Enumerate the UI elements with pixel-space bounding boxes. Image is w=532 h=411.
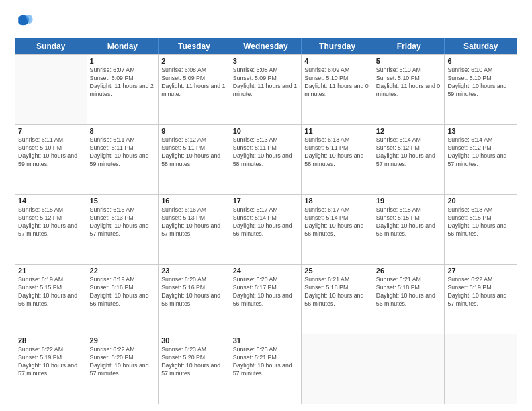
calendar-cell: 5Sunrise: 6:10 AMSunset: 5:10 PMDaylight… <box>373 55 445 124</box>
calendar-cell: 16Sunrise: 6:16 AMSunset: 5:13 PMDayligh… <box>159 195 230 264</box>
weekday-header-tuesday: Tuesday <box>159 38 230 54</box>
cell-day-number: 19 <box>376 197 442 205</box>
calendar: SundayMondayTuesdayWednesdayThursdayFrid… <box>15 38 517 404</box>
weekday-header-sunday: Sunday <box>15 38 87 54</box>
cell-day-number: 7 <box>18 127 84 135</box>
cell-day-number: 4 <box>304 57 370 65</box>
calendar-cell: 2Sunrise: 6:08 AMSunset: 5:09 PMDaylight… <box>159 55 230 124</box>
cell-info: Sunrise: 6:13 AMSunset: 5:11 PMDaylight:… <box>304 136 370 169</box>
cell-day-number: 17 <box>233 197 299 205</box>
cell-day-number: 14 <box>18 197 84 205</box>
calendar-body: 1Sunrise: 6:07 AMSunset: 5:09 PMDaylight… <box>15 54 517 404</box>
cell-day-number: 10 <box>233 127 299 135</box>
weekday-header-saturday: Saturday <box>445 38 517 54</box>
cell-day-number: 31 <box>233 336 299 345</box>
cell-day-number: 30 <box>161 336 227 345</box>
page: SundayMondayTuesdayWednesdayThursdayFrid… <box>0 0 532 411</box>
cell-info: Sunrise: 6:19 AMSunset: 5:15 PMDaylight:… <box>18 276 84 308</box>
cell-day-number: 1 <box>90 57 156 65</box>
calendar-cell: 21Sunrise: 6:19 AMSunset: 5:15 PMDayligh… <box>15 265 87 334</box>
cell-info: Sunrise: 6:19 AMSunset: 5:16 PMDaylight:… <box>90 276 156 308</box>
cell-info: Sunrise: 6:18 AMSunset: 5:15 PMDaylight:… <box>376 206 442 238</box>
cell-day-number: 24 <box>233 267 299 275</box>
cell-day-number: 13 <box>447 127 514 135</box>
calendar-cell: 26Sunrise: 6:21 AMSunset: 5:18 PMDayligh… <box>373 265 445 334</box>
calendar-cell: 3Sunrise: 6:08 AMSunset: 5:09 PMDaylight… <box>230 55 302 124</box>
calendar-cell <box>445 334 517 404</box>
calendar-row-3: 14Sunrise: 6:15 AMSunset: 5:12 PMDayligh… <box>15 194 517 264</box>
calendar-cell: 10Sunrise: 6:13 AMSunset: 5:11 PMDayligh… <box>230 125 302 194</box>
cell-day-number: 25 <box>304 267 370 275</box>
cell-day-number: 21 <box>18 267 84 275</box>
cell-day-number: 15 <box>90 197 156 205</box>
cell-info: Sunrise: 6:18 AMSunset: 5:15 PMDaylight:… <box>447 206 514 238</box>
calendar-cell: 19Sunrise: 6:18 AMSunset: 5:15 PMDayligh… <box>373 195 445 264</box>
cell-info: Sunrise: 6:16 AMSunset: 5:13 PMDaylight:… <box>161 206 227 238</box>
cell-day-number: 26 <box>376 267 442 275</box>
calendar-cell: 7Sunrise: 6:11 AMSunset: 5:10 PMDaylight… <box>15 125 87 194</box>
calendar-cell: 4Sunrise: 6:09 AMSunset: 5:10 PMDaylight… <box>302 55 373 124</box>
cell-info: Sunrise: 6:14 AMSunset: 5:12 PMDaylight:… <box>447 136 514 169</box>
calendar-cell: 15Sunrise: 6:16 AMSunset: 5:13 PMDayligh… <box>87 195 159 264</box>
cell-info: Sunrise: 6:22 AMSunset: 5:19 PMDaylight:… <box>447 276 514 308</box>
calendar-cell: 18Sunrise: 6:17 AMSunset: 5:14 PMDayligh… <box>302 195 373 264</box>
cell-info: Sunrise: 6:20 AMSunset: 5:17 PMDaylight:… <box>233 276 299 308</box>
cell-day-number: 3 <box>233 57 299 65</box>
cell-info: Sunrise: 6:17 AMSunset: 5:14 PMDaylight:… <box>233 206 299 238</box>
calendar-cell: 20Sunrise: 6:18 AMSunset: 5:15 PMDayligh… <box>445 195 517 264</box>
calendar-cell: 8Sunrise: 6:11 AMSunset: 5:11 PMDaylight… <box>87 125 159 194</box>
cell-info: Sunrise: 6:21 AMSunset: 5:18 PMDaylight:… <box>376 276 442 308</box>
calendar-row-2: 7Sunrise: 6:11 AMSunset: 5:10 PMDaylight… <box>15 124 517 194</box>
cell-day-number: 20 <box>447 197 514 205</box>
cell-info: Sunrise: 6:13 AMSunset: 5:11 PMDaylight:… <box>233 136 299 169</box>
cell-day-number: 29 <box>90 336 156 345</box>
cell-info: Sunrise: 6:23 AMSunset: 5:20 PMDaylight:… <box>161 346 227 378</box>
calendar-cell: 31Sunrise: 6:23 AMSunset: 5:21 PMDayligh… <box>230 334 302 404</box>
cell-info: Sunrise: 6:08 AMSunset: 5:09 PMDaylight:… <box>161 66 227 99</box>
cell-info: Sunrise: 6:09 AMSunset: 5:10 PMDaylight:… <box>304 66 370 99</box>
cell-info: Sunrise: 6:23 AMSunset: 5:21 PMDaylight:… <box>233 346 299 378</box>
cell-day-number: 16 <box>161 197 227 205</box>
calendar-cell: 30Sunrise: 6:23 AMSunset: 5:20 PMDayligh… <box>159 334 230 404</box>
cell-info: Sunrise: 6:22 AMSunset: 5:20 PMDaylight:… <box>90 346 156 378</box>
calendar-cell <box>373 334 445 404</box>
calendar-cell: 11Sunrise: 6:13 AMSunset: 5:11 PMDayligh… <box>302 125 373 194</box>
calendar-cell <box>302 334 373 404</box>
weekday-header-wednesday: Wednesday <box>230 38 302 54</box>
calendar-cell: 25Sunrise: 6:21 AMSunset: 5:18 PMDayligh… <box>302 265 373 334</box>
cell-info: Sunrise: 6:07 AMSunset: 5:09 PMDaylight:… <box>90 66 156 99</box>
cell-info: Sunrise: 6:11 AMSunset: 5:10 PMDaylight:… <box>18 136 84 169</box>
cell-info: Sunrise: 6:21 AMSunset: 5:18 PMDaylight:… <box>304 276 370 308</box>
cell-info: Sunrise: 6:16 AMSunset: 5:13 PMDaylight:… <box>90 206 156 238</box>
calendar-cell: 14Sunrise: 6:15 AMSunset: 5:12 PMDayligh… <box>15 195 87 264</box>
calendar-cell <box>15 55 87 124</box>
cell-info: Sunrise: 6:11 AMSunset: 5:11 PMDaylight:… <box>90 136 156 169</box>
cell-info: Sunrise: 6:14 AMSunset: 5:12 PMDaylight:… <box>376 136 442 169</box>
cell-info: Sunrise: 6:20 AMSunset: 5:16 PMDaylight:… <box>161 276 227 308</box>
header <box>15 12 517 31</box>
calendar-cell: 12Sunrise: 6:14 AMSunset: 5:12 PMDayligh… <box>373 125 445 194</box>
cell-day-number: 5 <box>376 57 442 65</box>
cell-day-number: 12 <box>376 127 442 135</box>
cell-info: Sunrise: 6:12 AMSunset: 5:11 PMDaylight:… <box>161 136 227 169</box>
cell-day-number: 22 <box>90 267 156 275</box>
cell-day-number: 18 <box>304 197 370 205</box>
logo <box>15 12 36 31</box>
cell-info: Sunrise: 6:17 AMSunset: 5:14 PMDaylight:… <box>304 206 370 238</box>
cell-info: Sunrise: 6:22 AMSunset: 5:19 PMDaylight:… <box>18 346 84 378</box>
calendar-row-4: 21Sunrise: 6:19 AMSunset: 5:15 PMDayligh… <box>15 264 517 334</box>
calendar-cell: 22Sunrise: 6:19 AMSunset: 5:16 PMDayligh… <box>87 265 159 334</box>
calendar-cell: 29Sunrise: 6:22 AMSunset: 5:20 PMDayligh… <box>87 334 159 404</box>
weekday-header-friday: Friday <box>373 38 445 54</box>
cell-day-number: 23 <box>161 267 227 275</box>
cell-info: Sunrise: 6:15 AMSunset: 5:12 PMDaylight:… <box>18 206 84 238</box>
cell-day-number: 27 <box>447 267 514 275</box>
weekday-header-thursday: Thursday <box>302 38 373 54</box>
weekday-header-monday: Monday <box>87 38 159 54</box>
calendar-cell: 27Sunrise: 6:22 AMSunset: 5:19 PMDayligh… <box>445 265 517 334</box>
calendar-cell: 9Sunrise: 6:12 AMSunset: 5:11 PMDaylight… <box>159 125 230 194</box>
cell-info: Sunrise: 6:08 AMSunset: 5:09 PMDaylight:… <box>233 66 299 99</box>
calendar-row-1: 1Sunrise: 6:07 AMSunset: 5:09 PMDaylight… <box>15 54 517 124</box>
cell-day-number: 11 <box>304 127 370 135</box>
calendar-cell: 17Sunrise: 6:17 AMSunset: 5:14 PMDayligh… <box>230 195 302 264</box>
